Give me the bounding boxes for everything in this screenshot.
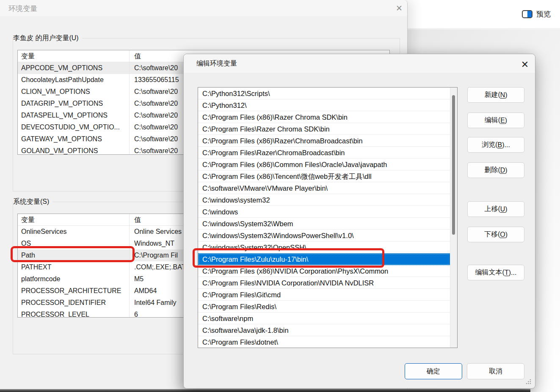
button-label: )...: [502, 141, 510, 149]
path-list: C:\Python312\Scripts\C:\Python312\C:\Pro…: [198, 88, 457, 348]
new-button[interactable]: 新建(N): [467, 87, 524, 103]
button-label: 新建(: [484, 90, 500, 99]
variable-name: GOLAND_VM_OPTIONS: [18, 145, 129, 155]
preview-toggle-label: 预览: [536, 9, 551, 19]
button-label: 浏览(: [482, 140, 497, 149]
button-label: ): [505, 206, 507, 213]
path-list-item[interactable]: C:\Program Files\NVIDIA Corporation\NVID…: [198, 277, 451, 289]
path-list-item[interactable]: C:\Python312\Scripts\: [198, 88, 451, 99]
preview-toggle-button[interactable]: 预览: [522, 9, 551, 19]
path-list-item[interactable]: C:\windows\System32\Wbem: [198, 218, 451, 230]
app-toolbar: 预览: [408, 0, 560, 29]
user-variables-label: 李鱼皮 的用户变量(U): [13, 34, 82, 43]
path-list-item[interactable]: C:\windows\System32\OpenSSH\: [198, 241, 451, 253]
column-divider: [129, 214, 130, 317]
edit-button[interactable]: 编辑(E): [467, 112, 524, 128]
variable-name: APPCODE_VM_OPTIONS: [18, 62, 129, 74]
variable-name: PATHEXT: [18, 261, 129, 273]
close-icon[interactable]: ✕: [392, 2, 407, 14]
variable-name: Path: [18, 249, 129, 261]
scrollbar-thumb[interactable]: [452, 95, 455, 235]
variable-name: DATAGRIP_VM_OPTIONS: [18, 98, 129, 110]
system-variables-label: 系统变量(S): [13, 197, 52, 206]
button-label: 删除(: [484, 166, 500, 175]
resize-grip-icon[interactable]: [525, 378, 532, 385]
preview-split-icon: [522, 10, 532, 18]
button-label: 编辑文本(: [475, 268, 505, 277]
button-label: D: [500, 167, 505, 174]
column-header-variable: 变量: [18, 50, 129, 62]
browse-button[interactable]: 浏览(B)...: [467, 137, 524, 153]
button-label: ): [505, 91, 507, 99]
path-list-item[interactable]: C:\Python312\: [198, 99, 451, 111]
variable-name: OnlineServices: [18, 226, 129, 238]
button-label: B: [497, 141, 502, 149]
close-icon[interactable]: ✕: [516, 58, 533, 72]
screen: 预览 环境变量 ✕ 李鱼皮 的用户变量(U) 变量 值 APPCODE_VM_O…: [0, 0, 560, 392]
variable-name: CLION_VM_OPTIONS: [18, 86, 129, 98]
variable-name: GATEWAY_VM_OPTIONS: [18, 133, 129, 145]
path-list-item[interactable]: C:\Program Files\Razer\ChromaBroadcast\b…: [198, 147, 451, 159]
path-list-item[interactable]: C:\Program Files\Razer Chroma SDK\bin: [198, 123, 451, 135]
variable-name: PROCESSOR_LEVEL: [18, 309, 129, 318]
cancel-button[interactable]: 取消: [467, 363, 524, 379]
path-list-item[interactable]: C:\Program Files (x86)\NVIDIA Corporatio…: [198, 265, 451, 277]
button-label: )...: [509, 269, 517, 277]
path-list-item[interactable]: C:\Program Files (x86)\Tencent\微信web开发者工…: [198, 170, 451, 182]
variable-name: DEVECOSTUDIO_VM_OPTIO...: [18, 121, 129, 133]
variable-name: PROCESSOR_IDENTIFIER: [18, 297, 129, 309]
button-label: 上移(: [484, 205, 500, 214]
button-label: 下移(: [484, 230, 500, 239]
ok-button[interactable]: 确定: [405, 363, 462, 379]
path-list-item[interactable]: C:\windows\system32: [198, 194, 451, 206]
edit-environment-variable-dialog: 编辑环境变量 ✕ C:\Python312\Scripts\C:\Python3…: [183, 54, 535, 389]
path-list-item[interactable]: C:\Program Files (x86)\Razer Chroma SDK\…: [198, 111, 451, 123]
path-listbox[interactable]: C:\Python312\Scripts\C:\Python312\C:\Pro…: [198, 87, 458, 348]
path-list-item[interactable]: C:\Program Files\dotnet\: [198, 336, 451, 348]
move-down-button[interactable]: 下移(O): [467, 227, 524, 242]
button-label: T: [505, 269, 509, 277]
button-label: U: [500, 206, 505, 213]
path-list-item[interactable]: C:\software\Java\jdk-1.8\bin: [198, 324, 451, 336]
button-label: O: [500, 231, 505, 238]
button-label: 编辑(: [485, 116, 500, 125]
variable-name: PROCESSOR_ARCHITECTURE: [18, 285, 129, 297]
path-list-item[interactable]: C:\Program Files (x86)\Common Files\Orac…: [198, 159, 451, 170]
dialog-title: 编辑环境变量: [196, 59, 237, 68]
path-list-item[interactable]: C:\Program Files\Redis\: [198, 301, 451, 313]
variable-name: ChocolateyLastPathUpdate: [18, 74, 129, 86]
button-label: N: [500, 91, 505, 99]
variable-name: DATASPELL_VM_OPTIONS: [18, 110, 129, 121]
move-up-button[interactable]: 上移(U): [467, 201, 524, 217]
env-window-titlebar: 环境变量 ✕: [0, 0, 407, 16]
env-window-title: 环境变量: [8, 4, 37, 14]
path-list-item[interactable]: C:\software\npm: [198, 313, 451, 324]
path-list-item[interactable]: C:\Program Files (x86)\Razer\ChromaBroad…: [198, 135, 451, 147]
variable-name: platformcode: [18, 273, 129, 285]
delete-button[interactable]: 删除(D): [467, 162, 524, 178]
path-list-item[interactable]: C:\Program Files\Git\cmd: [198, 289, 451, 301]
edit-text-button[interactable]: 编辑文本(T)...: [467, 265, 524, 280]
path-list-item-selected[interactable]: C:\Program Files\Zulu\zulu-17\bin\: [198, 253, 451, 265]
column-header-variable: 变量: [18, 214, 129, 225]
column-divider: [129, 50, 130, 154]
scrollbar-track[interactable]: [450, 88, 457, 348]
window-bottom-edge: [0, 389, 530, 392]
button-label: ): [505, 231, 508, 238]
path-list-item[interactable]: C:\windows: [198, 206, 451, 218]
variable-name: OS: [18, 238, 129, 249]
button-label: ): [505, 167, 507, 174]
button-label: ): [505, 117, 507, 124]
path-list-item[interactable]: C:\windows\System32\WindowsPowerShell\v1…: [198, 230, 451, 241]
path-list-item[interactable]: C:\software\VMware\VMware Player\bin\: [198, 182, 451, 194]
button-label: E: [500, 117, 505, 124]
